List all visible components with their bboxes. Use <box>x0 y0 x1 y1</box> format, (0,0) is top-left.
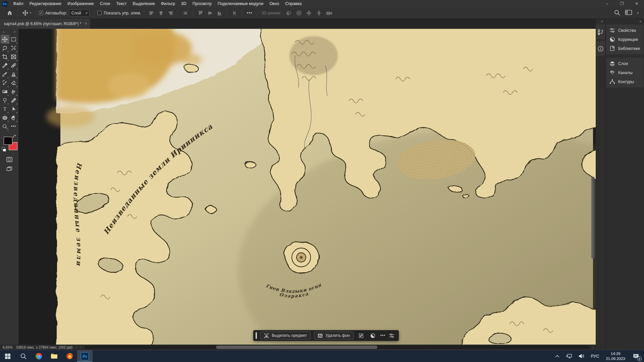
lasso-tool[interactable] <box>1 44 9 52</box>
taskbar-drag-handle[interactable] <box>256 332 257 339</box>
autoselect-target-dropdown[interactable]: Слой ▾ <box>69 9 90 17</box>
zoom-tool[interactable] <box>1 122 9 131</box>
brush-tool[interactable] <box>1 70 9 78</box>
dock-collapse-icon[interactable]: « <box>606 19 644 24</box>
chevron-down-icon[interactable]: ▾ <box>637 11 639 15</box>
taskbar-properties-icon[interactable] <box>389 333 394 339</box>
vertical-scrollbar[interactable] <box>591 177 595 259</box>
screen-mode-icon[interactable] <box>6 166 12 173</box>
move-tool[interactable] <box>1 35 9 44</box>
more-options-icon[interactable]: ••• <box>245 8 255 18</box>
taskbar-photoshop-icon[interactable]: Ps <box>77 350 93 362</box>
transform-image-icon[interactable] <box>357 333 365 339</box>
align-left-edges-icon[interactable] <box>147 8 156 18</box>
panel-button-properties[interactable]: Свойства <box>606 26 644 35</box>
eyedropper-tool[interactable] <box>1 61 9 70</box>
remove-background-button[interactable]: Удалить фон <box>314 331 353 340</box>
menu-help[interactable]: Справка <box>282 0 305 7</box>
history-panel-icon[interactable] <box>597 28 604 36</box>
panel-button-adjustments[interactable]: Коррекция <box>606 35 644 44</box>
canvas-area[interactable]: Неизведанные земли Иринникса Неизведанны… <box>19 29 596 345</box>
edit-toolbar-icon[interactable]: ••• <box>9 122 18 131</box>
horizontal-scrollbar-track[interactable] <box>85 346 589 349</box>
language-indicator[interactable]: РУС <box>588 354 602 359</box>
menu-filter[interactable]: Фильтр <box>158 0 178 7</box>
type-tool[interactable]: T <box>1 105 9 113</box>
menu-3d[interactable]: 3D <box>178 0 190 7</box>
taskbar-search-button[interactable] <box>15 350 31 362</box>
hand-tool[interactable] <box>9 113 18 122</box>
map-document[interactable]: Неизведанные земли Иринникса Неизведанны… <box>60 29 593 345</box>
align-top-edges-icon[interactable] <box>196 8 205 18</box>
move-tool-options-icon[interactable]: ▾ <box>20 8 33 18</box>
tray-hidden-icons-chevron[interactable] <box>552 350 562 362</box>
hscroll-left-arrow-icon[interactable]: ‹ <box>80 346 81 349</box>
default-colors-icon[interactable] <box>2 147 6 153</box>
taskbar-firefox-icon[interactable] <box>62 350 77 362</box>
toolbar-collapse-icon[interactable]: « <box>3 30 5 34</box>
align-right-edges-icon[interactable] <box>166 8 175 18</box>
align-horizontal-centers-icon[interactable] <box>156 8 166 18</box>
menu-window[interactable]: Окно <box>266 0 282 7</box>
menu-layers[interactable]: Слои <box>97 0 113 7</box>
workspace-switcher-icon[interactable] <box>625 9 632 16</box>
menu-edit[interactable]: Редактирование <box>26 0 64 7</box>
crop-tool[interactable] <box>1 52 9 61</box>
menu-select[interactable]: Выделение <box>130 0 158 7</box>
eraser-tool[interactable] <box>9 78 18 87</box>
window-close-button[interactable]: ✕ <box>629 0 644 7</box>
dodge-tool[interactable] <box>1 96 9 105</box>
frame-tool[interactable] <box>9 52 18 61</box>
taskbar-clock[interactable]: 14:39 21.09.2023 <box>603 351 628 361</box>
object-selection-tool[interactable] <box>9 44 18 52</box>
status-zoom-level[interactable]: 6,65% <box>3 345 13 349</box>
network-icon[interactable] <box>564 350 575 362</box>
menu-plugins[interactable]: Подключаемые модули <box>215 0 266 7</box>
volume-icon[interactable] <box>576 350 587 362</box>
healing-brush-tool[interactable] <box>9 61 18 70</box>
window-restore-button[interactable]: ❐ <box>614 0 629 7</box>
info-panel-icon[interactable] <box>597 45 604 53</box>
menu-image[interactable]: Изображение <box>64 0 97 7</box>
menu-type[interactable]: Текст <box>113 0 129 7</box>
search-icon[interactable] <box>614 9 620 17</box>
panel-button-channels[interactable]: Каналы <box>606 68 644 77</box>
align-vertical-centers-icon[interactable] <box>205 8 215 18</box>
smudge-tool[interactable] <box>9 87 18 96</box>
more-actions-icon[interactable]: ••• <box>380 333 386 338</box>
taskbar-explorer-icon[interactable] <box>46 350 62 362</box>
menu-view[interactable]: Просмотр <box>190 0 215 7</box>
status-chevron-icon[interactable]: › <box>76 346 77 349</box>
adjustments-icon[interactable] <box>369 333 377 339</box>
window-minimize-button[interactable]: – <box>600 0 614 7</box>
panel-button-paths[interactable]: Контуры <box>606 77 644 86</box>
panel-button-libraries[interactable]: Библиотеки <box>606 44 644 53</box>
horizontal-scrollbar-thumb[interactable] <box>216 346 377 349</box>
home-icon[interactable] <box>5 8 15 18</box>
menu-file[interactable]: Файл <box>10 0 26 7</box>
action-center-button[interactable]: 1 <box>629 350 643 362</box>
history-brush-tool[interactable] <box>1 78 9 87</box>
pen-tool[interactable] <box>9 96 18 105</box>
foreground-color-swatch[interactable] <box>4 137 12 145</box>
show-transform-controls-checkbox[interactable]: Показать упр. элем. <box>97 11 141 15</box>
quick-mask-icon[interactable] <box>6 157 12 164</box>
distribute-horizontal-icon[interactable] <box>181 8 190 18</box>
swap-colors-icon[interactable] <box>12 134 17 140</box>
ellipse-shape-tool[interactable] <box>1 113 9 122</box>
select-subject-button[interactable]: Выделить предмет <box>260 331 311 340</box>
hscroll-right-arrow-icon[interactable]: › <box>593 346 594 349</box>
path-selection-tool[interactable] <box>9 105 18 113</box>
autoselect-checkbox[interactable]: ✓ Автовыбор: <box>39 11 67 15</box>
start-button[interactable] <box>0 350 15 362</box>
tab-close-icon[interactable]: × <box>85 21 87 26</box>
toolbar-close-icon[interactable]: × <box>14 30 16 34</box>
document-tab[interactable]: карта4.psb @ 6,65% (пустошит, RGB/8*) * … <box>0 19 91 29</box>
clone-stamp-tool[interactable] <box>9 70 18 78</box>
distribute-vertical-icon[interactable] <box>230 8 239 18</box>
dock-collapse-icon[interactable]: « <box>596 19 605 24</box>
rectangular-marquee-tool[interactable] <box>9 35 18 44</box>
panel-button-layers[interactable]: Слои <box>606 59 644 68</box>
align-bottom-edges-icon[interactable] <box>215 8 224 18</box>
taskbar-chrome-icon[interactable] <box>31 350 46 362</box>
